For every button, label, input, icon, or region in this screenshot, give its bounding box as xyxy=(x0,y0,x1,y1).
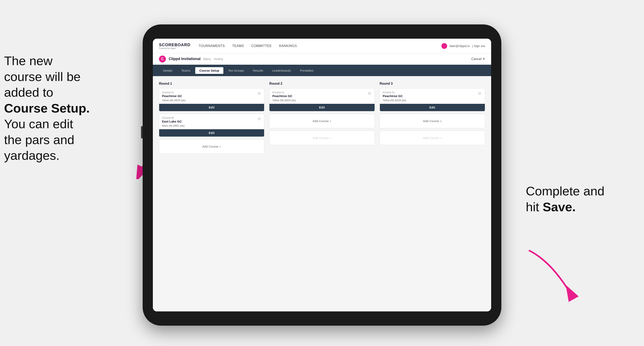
course-a-edit-button[interactable]: Edit xyxy=(159,104,264,111)
round-3-add-course-active[interactable]: Add Course + xyxy=(380,114,485,128)
nav-tournaments[interactable]: TOURNAMENTS xyxy=(198,44,225,48)
course-a-info: (Course A) Peachtree GC xyxy=(162,91,182,98)
round-2-course-a-info: (Course A) Peachtree GC xyxy=(272,91,292,98)
scoreboard-title: SCOREBOARD xyxy=(159,42,190,47)
arrow-right-icon xyxy=(525,246,594,311)
cancel-button[interactable]: Cancel ✕ xyxy=(472,57,485,61)
round-2-course-a-name: Peachtree GC xyxy=(272,94,292,98)
course-b-header: (Course B) East Lake GC ⊟ xyxy=(159,114,264,124)
round-2-course-a-card: (Course A) Peachtree GC ⊟ Yellow (M) (66… xyxy=(269,88,374,111)
tournament-bar: C Clippd Invitational (Men) Hosting Canc… xyxy=(153,53,491,65)
course-a-delete-icon[interactable]: ⊟ xyxy=(257,91,261,95)
round-2-column: Round 2 (Course A) Peachtree GC ⊟ Yellow… xyxy=(269,82,374,156)
course-b-info: (Course B) East Lake GC xyxy=(162,116,182,124)
round-2-add-course-disabled: Add Course + xyxy=(269,131,374,145)
round-3-add-course-disabled: Add Course + xyxy=(380,131,485,145)
round-3-course-a-name: Peachtree GC xyxy=(383,94,403,98)
logo-letter: C xyxy=(161,57,164,61)
hosting-badge: Hosting xyxy=(214,57,223,60)
round-2-course-a-delete-icon[interactable]: ⊟ xyxy=(367,91,372,95)
tab-course-setup[interactable]: Course Setup xyxy=(195,67,223,74)
user-email: blair@clippd.io xyxy=(450,44,470,48)
round-3-label: Round 3 xyxy=(380,82,485,85)
nav-links: TOURNAMENTS TEAMS COMMITTEE RANKINGS xyxy=(198,44,442,48)
round-3-add-course-label: Add Course + xyxy=(423,119,442,123)
annotation-bold: Course Setup. xyxy=(4,101,90,115)
round-2-course-a-details: Yellow (M) (6629 yds) xyxy=(270,99,374,104)
annotation-line5: the pars and xyxy=(4,133,74,147)
annotation-line6: yardages. xyxy=(4,148,60,163)
tab-leaderboards[interactable]: Leaderboards xyxy=(268,67,295,74)
round-1-add-course[interactable]: Add Course + xyxy=(159,139,264,154)
tournament-name: Clippd Invitational (Men) xyxy=(169,57,211,61)
tab-tee-groups[interactable]: Tee Groups xyxy=(224,67,248,74)
annotation-right: Complete and hit Save. xyxy=(526,183,640,215)
round-2-course-a-edit-button[interactable]: Edit xyxy=(270,104,374,111)
annotation-right-line1: Complete and xyxy=(526,184,604,198)
round-2-add-course-label: Add Course + xyxy=(313,119,331,123)
round-2-course-a-label: (Course A) xyxy=(272,91,292,94)
tab-results[interactable]: Results xyxy=(249,67,267,74)
nav-committee[interactable]: COMMITTEE xyxy=(251,44,272,48)
tournament-logo: C xyxy=(159,56,166,62)
user-avatar xyxy=(442,43,447,49)
round-1-course-b-card: (Course B) East Lake GC ⊟ Black (M) (689… xyxy=(159,114,264,137)
nav-rankings[interactable]: RANKINGS xyxy=(279,44,297,48)
course-b-edit-button[interactable]: Edit xyxy=(159,129,264,137)
round-2-course-a-header: (Course A) Peachtree GC ⊟ xyxy=(270,89,374,99)
course-a-label: (Course A) xyxy=(162,91,182,94)
course-a-details: Yellow (M) (6629 yds) xyxy=(159,99,264,104)
course-b-delete-icon[interactable]: ⊟ xyxy=(257,116,261,121)
round-1-label: Round 1 xyxy=(159,82,264,85)
annotation-line3: added to xyxy=(4,85,53,99)
round-3-column: Round 3 (Course A) Peachtree GC ⊟ Yellow… xyxy=(380,82,485,156)
tournament-name-text: Clippd Invitational xyxy=(169,57,200,61)
round-3-add-course-disabled-label: Add Course + xyxy=(423,136,442,140)
round-3-course-a-details: Yellow (M) (6629 yds) xyxy=(380,99,485,104)
course-b-name: East Lake GC xyxy=(162,120,182,123)
annotation-line4: You can edit xyxy=(4,117,73,131)
annotation-line1: The new xyxy=(4,54,52,68)
tablet-screen: SCOREBOARD Powered by clippd TOURNAMENTS… xyxy=(153,39,491,311)
round-1-column: Round 1 (Course A) Peachtree GC ⊟ Yellow… xyxy=(159,82,264,156)
round-1-course-a-card: (Course A) Peachtree GC ⊟ Yellow (M) (66… xyxy=(159,88,264,111)
round-3-course-a-label: (Course A) xyxy=(383,91,403,94)
course-a-header: (Course A) Peachtree GC ⊟ xyxy=(159,89,264,99)
sub-nav: Details Teams Course Setup Tee Groups Re… xyxy=(153,65,491,76)
main-content: Round 1 (Course A) Peachtree GC ⊟ Yellow… xyxy=(153,76,491,311)
sign-out-link[interactable]: | Sign out xyxy=(472,44,485,48)
tab-teams[interactable]: Teams xyxy=(177,67,194,74)
nav-teams[interactable]: TEAMS xyxy=(232,44,244,48)
top-nav: SCOREBOARD Powered by clippd TOURNAMENTS… xyxy=(153,39,491,53)
annotation-left: The new course will be added to Course S… xyxy=(4,53,126,164)
round-2-add-course-active[interactable]: Add Course + xyxy=(269,114,374,128)
men-tag: (Men) xyxy=(203,57,211,61)
course-b-label: (Course B) xyxy=(162,116,182,119)
round-3-course-a-edit-button[interactable]: Edit xyxy=(380,104,485,111)
tab-details[interactable]: Details xyxy=(159,67,176,74)
round-3-course-a-header: (Course A) Peachtree GC ⊟ xyxy=(380,89,485,99)
round-2-add-course-disabled-label: Add Course + xyxy=(313,136,331,140)
course-a-name: Peachtree GC xyxy=(162,94,182,98)
round-1-add-course-label: Add Course + xyxy=(202,145,221,148)
annotation-line2: course will be xyxy=(4,70,81,84)
rounds-grid: Round 1 (Course A) Peachtree GC ⊟ Yellow… xyxy=(159,82,485,156)
annotation-right-line2: hit Save. xyxy=(526,200,576,214)
tablet-frame: SCOREBOARD Powered by clippd TOURNAMENTS… xyxy=(143,24,501,326)
round-2-label: Round 2 xyxy=(269,82,374,85)
tab-printables[interactable]: Printables xyxy=(296,67,318,74)
round-3-course-a-card: (Course A) Peachtree GC ⊟ Yellow (M) (66… xyxy=(380,88,485,111)
round-3-course-a-info: (Course A) Peachtree GC xyxy=(383,91,403,98)
course-b-details: Black (M) (6891 yds) xyxy=(159,124,264,129)
annotation-right-bold: Save. xyxy=(543,200,576,214)
scoreboard-logo: SCOREBOARD Powered by clippd xyxy=(159,42,190,49)
round-3-course-a-delete-icon[interactable]: ⊟ xyxy=(478,91,482,95)
scoreboard-subtitle: Powered by clippd xyxy=(159,47,190,49)
nav-right: blair@clippd.io | Sign out xyxy=(442,43,485,49)
